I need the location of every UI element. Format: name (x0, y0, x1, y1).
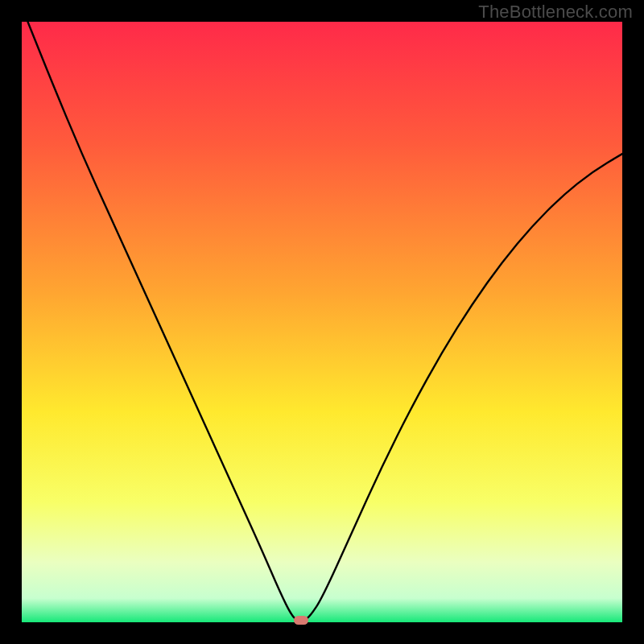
chart-frame: TheBottleneck.com (0, 0, 644, 644)
watermark-text: TheBottleneck.com (478, 2, 633, 23)
curve-layer (22, 22, 622, 622)
minimum-marker (294, 616, 308, 625)
bottleneck-curve-path (27, 22, 622, 621)
